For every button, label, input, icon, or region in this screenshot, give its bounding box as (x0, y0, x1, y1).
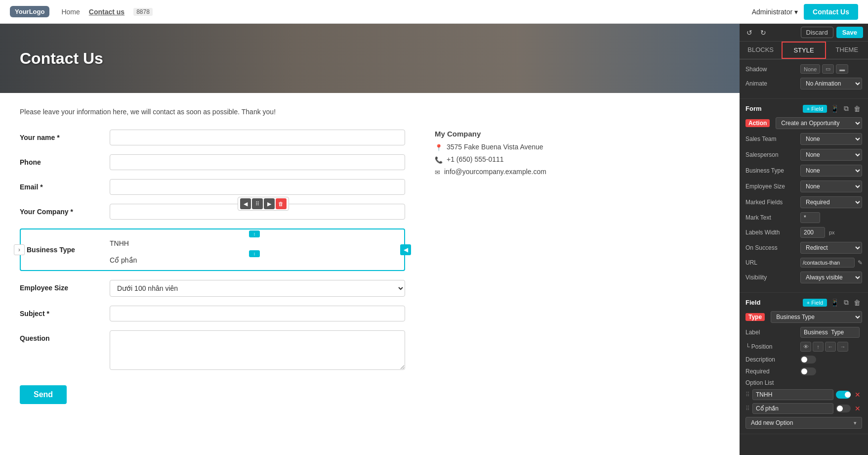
nav-home[interactable]: Home (61, 8, 80, 16)
sales-team-label: Sales Team (745, 136, 797, 142)
animate-select[interactable]: No Animation (800, 78, 862, 90)
page-content: Contact Us Please leave your information… (0, 24, 740, 455)
drag-btn[interactable]: ⠿ (252, 198, 263, 209)
shadow-large[interactable]: ▬ (836, 64, 848, 74)
option-input-cophan[interactable] (752, 403, 833, 414)
option-delete-cophan[interactable]: ✕ (853, 404, 862, 413)
option-list-label: Option List (745, 379, 774, 386)
url-edit-btn[interactable]: ✎ (858, 259, 863, 266)
required-row: Required (745, 367, 862, 375)
nav-contact[interactable]: Contact us (89, 8, 124, 16)
option-drag-tnhh[interactable]: ⠿ (745, 391, 750, 398)
description-toggle-wrap (800, 356, 816, 364)
panel-tabs: BLOCKS STYLE THEME (740, 42, 868, 59)
nav-right: Administrator ▾ Contact Us (752, 4, 858, 20)
sales-team-select[interactable]: None (800, 133, 862, 145)
send-button[interactable]: Send (20, 385, 67, 404)
form-copy-icon[interactable]: ⧉ (842, 104, 850, 113)
form-delete-icon[interactable]: 🗑 (852, 104, 862, 113)
type-select[interactable]: Business Type (771, 311, 862, 323)
salesperson-select[interactable]: None (800, 149, 862, 161)
save-button[interactable]: Save (836, 27, 863, 38)
pos-eye-btn[interactable]: 👁 (800, 342, 811, 352)
description-toggle[interactable] (800, 356, 816, 364)
input-question[interactable] (110, 330, 405, 370)
bt-option-tnhh[interactable]: TNHH (110, 237, 399, 249)
type-label: Type (745, 313, 765, 321)
marked-fields-select[interactable]: Required (800, 196, 862, 208)
add-option-dropdown-icon[interactable]: ▾ (854, 420, 857, 426)
add-option-btn[interactable]: Add new Option ▾ (745, 417, 862, 429)
tab-style[interactable]: STYLE (782, 42, 826, 59)
field-question: Question (20, 330, 405, 371)
option-delete-tnhh[interactable]: ✕ (853, 390, 862, 399)
labels-width-input[interactable] (800, 227, 825, 238)
employee-size-form-select[interactable]: None (800, 181, 862, 192)
discard-button[interactable]: Discard (801, 27, 833, 38)
input-phone[interactable] (110, 154, 405, 170)
bt-arrow-right[interactable]: ◀ (400, 244, 411, 255)
delete-btn[interactable]: 🗑 (276, 198, 287, 209)
form-left: Your name * Phone Email * (20, 130, 405, 404)
panel-toolbar: ↺ ↻ Discard Save (740, 24, 868, 42)
mark-text-row: Mark Text (745, 212, 862, 223)
hero-banner: Contact Us (0, 24, 740, 93)
action-select[interactable]: Create an Opportunity (776, 117, 862, 129)
required-toggle[interactable] (800, 367, 816, 375)
form-mobile-icon[interactable]: 📱 (829, 104, 840, 113)
shadow-none[interactable]: None (800, 64, 820, 74)
undo-btn[interactable]: ↺ (744, 28, 754, 38)
chevron-down-icon: ▾ (794, 8, 798, 16)
input-yourname[interactable] (110, 130, 405, 145)
phone-icon: 📞 (435, 156, 443, 164)
shadow-small[interactable]: ▭ (822, 64, 834, 74)
option-input-tnhh[interactable] (752, 389, 833, 400)
bt-reorder-top[interactable]: ↕ (249, 230, 260, 237)
move-right-btn[interactable]: ▶ (264, 198, 275, 209)
admin-menu[interactable]: Administrator ▾ (752, 8, 798, 16)
salesperson-row: Salesperson None (745, 149, 862, 161)
bt-drag-left[interactable]: › (14, 244, 25, 255)
input-wrap-phone (110, 154, 405, 170)
option-toggle-tnhh[interactable] (836, 391, 851, 399)
option-item-cophan: ⠿ ✕ (745, 403, 862, 414)
pos-left-btn[interactable]: ← (825, 342, 836, 352)
move-left-btn[interactable]: ◀ (240, 198, 251, 209)
label-email: Email * (20, 179, 104, 191)
required-toggle-wrap (800, 367, 816, 375)
input-wrap-company: ◀ ⠿ ▶ 🗑 (110, 204, 405, 220)
logo[interactable]: YourLogo (10, 6, 49, 17)
pos-right-btn[interactable]: → (837, 342, 848, 352)
field-label-input[interactable] (800, 327, 860, 338)
option-drag-cophan[interactable]: ⠿ (745, 405, 750, 412)
marked-fields-label: Marked Fields (745, 199, 797, 206)
label-row: Label (745, 327, 862, 338)
on-success-select[interactable]: Redirect (800, 242, 862, 254)
tab-blocks[interactable]: BLOCKS (740, 42, 782, 59)
field-delete-icon[interactable]: 🗑 (852, 298, 862, 307)
label-company: Your Company * (20, 204, 104, 216)
on-success-row: On Success Redirect (745, 242, 862, 254)
company-address: 📍 3575 Fake Buena Vista Avenue (435, 143, 573, 151)
field-add-field-btn[interactable]: + Field (803, 299, 827, 307)
form-add-field-btn[interactable]: + Field (803, 105, 827, 113)
position-buttons: 👁 ↑ ← → (800, 342, 848, 352)
field-copy-icon[interactable]: ⧉ (842, 298, 850, 307)
url-input[interactable] (800, 258, 855, 268)
business-type-form-select[interactable]: None (800, 165, 862, 177)
field-mobile-icon[interactable]: 📱 (829, 298, 840, 307)
select-employee-size[interactable]: Dưới 100 nhân viên 100-500 nhân viên 500… (110, 280, 405, 297)
contact-us-button[interactable]: Contact Us (804, 4, 858, 20)
labels-width-label: Labels Width (745, 229, 797, 236)
redo-btn[interactable]: ↻ (758, 28, 768, 38)
input-subject[interactable] (110, 306, 405, 321)
option-toggle-cophan[interactable] (836, 405, 851, 412)
visibility-select[interactable]: Always visible (800, 272, 862, 283)
nav-badge[interactable]: 8878 (133, 8, 153, 16)
bt-reorder-bottom[interactable]: ↕ (249, 250, 260, 257)
tab-theme[interactable]: THEME (826, 42, 868, 59)
mark-text-input[interactable] (800, 212, 820, 223)
input-email[interactable] (110, 179, 405, 195)
pos-up-btn[interactable]: ↑ (813, 342, 824, 352)
field-section-header: Field + Field 📱 ⧉ 🗑 (745, 298, 862, 307)
